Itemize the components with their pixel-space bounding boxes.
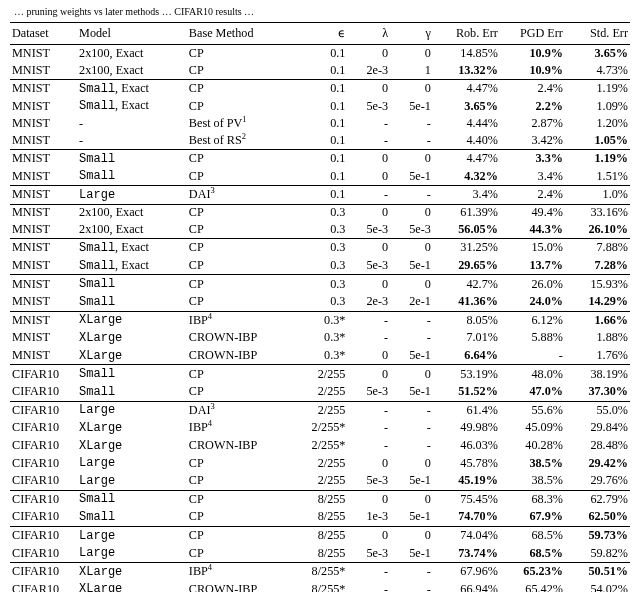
cell: - (347, 329, 390, 347)
cell: 2/255 (297, 454, 348, 472)
cell-model: Small, Exact (77, 79, 187, 97)
cell: 1.51% (565, 167, 630, 185)
cell-method: CROWN-IBP (187, 581, 297, 592)
cell: 49.98% (433, 419, 500, 437)
cell: 68.3% (500, 490, 565, 508)
cell: 40.28% (500, 437, 565, 455)
col-lambda: λ (347, 23, 390, 45)
cell: - (390, 419, 433, 437)
cell: 33.16% (565, 204, 630, 221)
cell-model: Small (77, 149, 187, 167)
cell-model: Large (77, 472, 187, 490)
cell-model: Small (77, 490, 187, 508)
cell-model: Small, Exact (77, 257, 187, 275)
cell: 5e-3 (347, 221, 390, 238)
cell: 7.28% (565, 257, 630, 275)
cell: CIFAR10 (10, 472, 77, 490)
table-header-row: Dataset Model Base Method ϵ λ γ Rob. Err… (10, 23, 630, 45)
cell: 0 (390, 454, 433, 472)
cell: CIFAR10 (10, 383, 77, 401)
cell: 0 (347, 167, 390, 185)
cell: 5e-1 (390, 508, 433, 526)
cell: 0 (347, 454, 390, 472)
cell: 45.19% (433, 472, 500, 490)
cell: 66.94% (433, 581, 500, 592)
cell-model: 2x100, Exact (77, 204, 187, 221)
cell-model: Large (77, 544, 187, 562)
table-row: MNISTSmallCP0.1004.47%3.3%1.19% (10, 149, 630, 167)
cell-method: Best of RS2 (187, 132, 297, 149)
cell-model: - (77, 132, 187, 149)
cell-model: Small (77, 275, 187, 293)
cell-model: XLarge (77, 562, 187, 580)
cell: 8/255* (297, 562, 348, 580)
cell: 0 (390, 365, 433, 383)
cell-model: 2x100, Exact (77, 221, 187, 238)
cell: - (347, 186, 390, 205)
cell: 0.1 (297, 115, 348, 132)
cell: 5e-1 (390, 98, 433, 116)
cell: 45.78% (433, 454, 500, 472)
cell: MNIST (10, 239, 77, 257)
cell: 0 (347, 45, 390, 62)
table-row: MNISTXLargeIBP40.3*--8.05%6.12%1.66% (10, 311, 630, 329)
cell: 0 (390, 490, 433, 508)
cell: CIFAR10 (10, 581, 77, 592)
cell: 0.3 (297, 257, 348, 275)
cell: 5e-1 (390, 257, 433, 275)
cell: CIFAR10 (10, 508, 77, 526)
cell-method: CP (187, 293, 297, 311)
cell-model: Small (77, 293, 187, 311)
cell: 0 (347, 275, 390, 293)
table-row: MNISTSmall, ExactCP0.15e-35e-13.65%2.2%1… (10, 98, 630, 116)
cell-model: Small (77, 508, 187, 526)
cell: 3.42% (500, 132, 565, 149)
cell: 4.32% (433, 167, 500, 185)
table-row: CIFAR10XLargeCROWN-IBP2/255*--46.03%40.2… (10, 437, 630, 455)
cell: MNIST (10, 347, 77, 365)
table-row: MNISTXLargeCROWN-IBP0.3*--7.01%5.88%1.88… (10, 329, 630, 347)
cell: 8/255* (297, 581, 348, 592)
cell-method: DAI3 (187, 186, 297, 205)
cell: 14.85% (433, 45, 500, 62)
cell: 0.3* (297, 329, 348, 347)
cell: 73.74% (433, 544, 500, 562)
cell: 0 (347, 239, 390, 257)
cell-method: CP (187, 149, 297, 167)
cell: 45.09% (500, 419, 565, 437)
table-row: CIFAR10SmallCP2/2555e-35e-151.52%47.0%37… (10, 383, 630, 401)
cell: 2/255* (297, 419, 348, 437)
cell: CIFAR10 (10, 526, 77, 544)
table-row: CIFAR10XLargeIBP42/255*--49.98%45.09%29.… (10, 419, 630, 437)
cell: 37.30% (565, 383, 630, 401)
cell-method: CP (187, 204, 297, 221)
cell-method: IBP4 (187, 419, 297, 437)
cell: 1.05% (565, 132, 630, 149)
cell: 10.9% (500, 62, 565, 79)
cell: - (390, 186, 433, 205)
cell: - (390, 401, 433, 419)
cell: CIFAR10 (10, 490, 77, 508)
cell: 0.1 (297, 186, 348, 205)
cell: 6.64% (433, 347, 500, 365)
table-row: CIFAR10LargeCP2/2550045.78%38.5%29.42% (10, 454, 630, 472)
table-row: MNISTSmallCP0.32e-32e-141.36%24.0%14.29% (10, 293, 630, 311)
cell: 0 (347, 204, 390, 221)
cell: 1.76% (565, 347, 630, 365)
cell: 0 (347, 79, 390, 97)
cell: 24.0% (500, 293, 565, 311)
cell: 8/255 (297, 490, 348, 508)
cell: 0.1 (297, 79, 348, 97)
cell: 3.65% (565, 45, 630, 62)
cell-model: 2x100, Exact (77, 45, 187, 62)
table-row: MNISTSmall, ExactCP0.30031.25%15.0%7.88% (10, 239, 630, 257)
cell: - (347, 401, 390, 419)
cell: 4.44% (433, 115, 500, 132)
cell: 38.5% (500, 454, 565, 472)
cell: 10.9% (500, 45, 565, 62)
col-dataset: Dataset (10, 23, 77, 45)
cell-model: Small, Exact (77, 239, 187, 257)
cell: 41.36% (433, 293, 500, 311)
cell: 44.3% (500, 221, 565, 238)
table-row: CIFAR10XLargeIBP48/255*--67.96%65.23%50.… (10, 562, 630, 580)
